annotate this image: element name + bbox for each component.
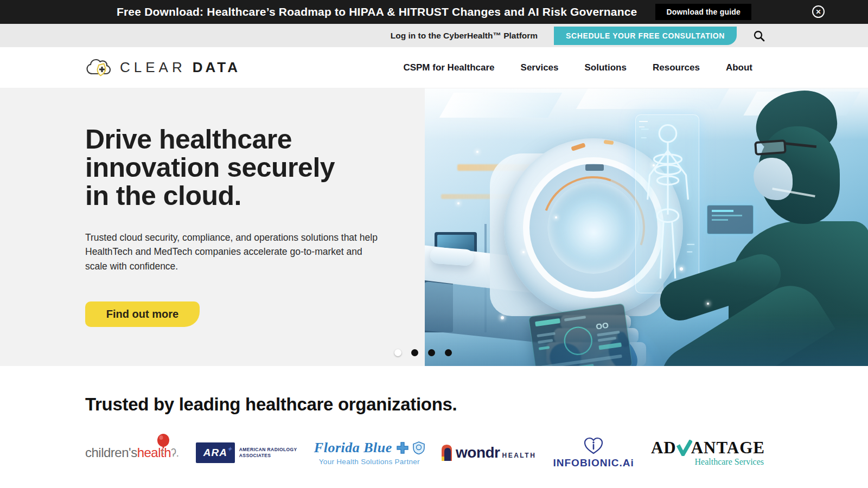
logo-advantage: AD ANTAGE Healthcare Services (651, 439, 765, 467)
carousel-dot-3[interactable] (428, 349, 435, 356)
skeleton-hologram (635, 114, 699, 293)
promo-banner: Free Download: Healthcare’s Roadmap to H… (0, 0, 868, 24)
trusted-section: Trusted by leading healthcare organizati… (0, 394, 868, 469)
heart-i-icon (583, 436, 604, 455)
download-guide-button[interactable]: Download the guide (655, 4, 751, 20)
nav-item-cspm[interactable]: CSPM for Healthcare (403, 62, 494, 73)
hero-section: OO Drive healthcare innovation securely … (0, 88, 868, 366)
find-out-more-button[interactable]: Find out more (85, 301, 200, 327)
hero-paragraph: Trusted cloud security, compliance, and … (85, 230, 385, 273)
nav-item-services[interactable]: Services (521, 62, 559, 73)
medical-cross-icon (396, 441, 409, 454)
nav-items: CSPM for Healthcare Services Solutions R… (403, 62, 752, 73)
logo-text-light: CLEAR (120, 59, 186, 76)
nav-item-about[interactable]: About (726, 62, 752, 73)
logo-wondr-health: wondr HEALTH (442, 444, 536, 461)
trusted-heading: Trusted by leading healthcare organizati… (85, 394, 868, 415)
logo-florida-blue: Florida Blue Your Health Solutions Partn… (314, 440, 425, 466)
main-nav: CLEARDATA CSPM for Healthcare Services S… (0, 47, 868, 88)
shield-icon (413, 441, 425, 454)
carousel-dot-2[interactable] (411, 349, 418, 356)
cloud-shield-icon (85, 55, 113, 80)
logo-text-bold: DATA (193, 59, 240, 76)
hero-copy: Drive healthcare innovation securely in … (85, 125, 422, 327)
logo-infobionic: INFOBIONIC.Ai (553, 436, 634, 469)
balloon-icon (155, 433, 171, 455)
holo-panel-small (707, 205, 754, 234)
carousel-dot-4[interactable] (445, 349, 452, 356)
face-mask (754, 158, 793, 200)
ara-badge: ARA ✦ (196, 442, 235, 463)
logo-childrens-health: children'shealthʔ. (85, 445, 179, 460)
carousel-dot-1[interactable] (394, 349, 401, 356)
nav-item-resources[interactable]: Resources (653, 62, 700, 73)
hero-image: OO (425, 88, 868, 366)
checkmark-icon (676, 440, 692, 456)
cleardata-logo[interactable]: CLEARDATA (85, 55, 240, 80)
arch-icon (442, 445, 452, 461)
carousel-dots (394, 349, 452, 356)
hero-heading: Drive healthcare innovation securely in … (85, 125, 422, 210)
cyberhealth-login-link[interactable]: Log in to the CyberHealth™ Platform (391, 31, 538, 41)
nav-item-solutions[interactable]: Solutions (585, 62, 627, 73)
search-icon[interactable] (753, 30, 765, 42)
logo-ara: ARA ✦ AMERICAN RADIOLOGY ASSOCIATES (196, 442, 297, 463)
banner-close-icon[interactable]: ✕ (812, 5, 825, 18)
schedule-consultation-button[interactable]: SCHEDULE YOUR FREE CONSULTATION (554, 27, 737, 45)
magnifier-glyph (753, 30, 765, 42)
client-logo-row: children'shealthʔ. ARA ✦ AMERICAN RADIOL… (0, 436, 868, 469)
utility-bar: Log in to the CyberHealth™ Platform SCHE… (0, 24, 868, 47)
glasses (754, 139, 787, 156)
promo-banner-text: Free Download: Healthcare’s Roadmap to H… (117, 5, 637, 18)
